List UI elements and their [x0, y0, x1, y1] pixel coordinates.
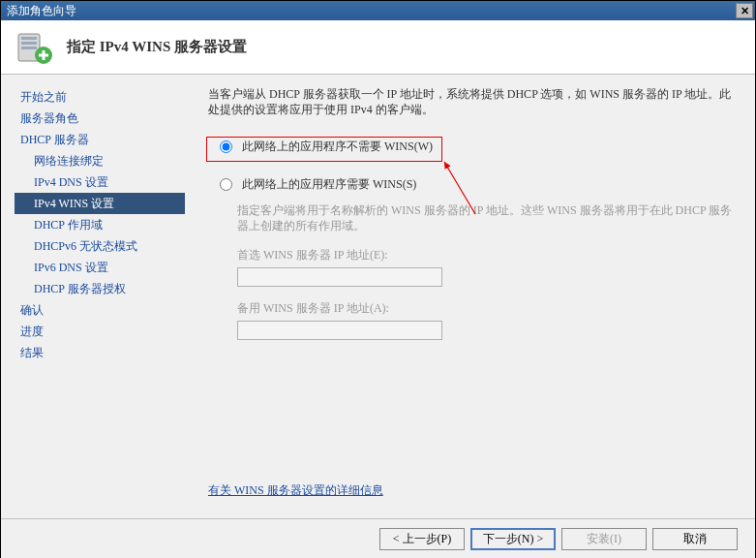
sidebar-item-6[interactable]: DHCP 作用域 — [15, 214, 185, 235]
radio-no-wins[interactable] — [220, 140, 232, 153]
sidebar-item-11[interactable]: 进度 — [15, 321, 185, 342]
cancel-button[interactable]: 取消 — [652, 528, 738, 550]
sidebar-item-8[interactable]: IPv6 DNS 设置 — [15, 257, 185, 278]
wizard-dialog: 添加角色向导 ✕ 指定 IPv4 WINS 服务器设置 开始之前服务器角色DHC… — [0, 0, 756, 558]
next-button[interactable]: 下一步(N) > — [470, 528, 556, 550]
radio-need-wins-label: 此网络上的应用程序需要 WINS(S) — [242, 176, 416, 193]
svg-rect-3 — [21, 46, 37, 49]
svg-rect-2 — [21, 42, 37, 45]
radio-option-need-wins[interactable]: 此网络上的应用程序需要 WINS(S) — [208, 176, 740, 193]
radio-no-wins-label: 此网络上的应用程序不需要 WINS(W) — [242, 139, 433, 155]
wins-sub-description: 指定客户端将用于名称解析的 WINS 服务器的 IP 地址。这些 WINS 服务… — [208, 202, 740, 233]
sidebar-item-1[interactable]: 服务器角色 — [15, 108, 185, 129]
sidebar-item-12[interactable]: 结果 — [15, 342, 185, 363]
titlebar-text: 添加角色向导 — [7, 3, 736, 19]
sidebar-item-9[interactable]: DHCP 服务器授权 — [15, 278, 185, 299]
primary-wins-input — [237, 267, 442, 287]
prev-button[interactable]: < 上一步(P) — [379, 528, 465, 550]
alt-wins-input — [237, 321, 442, 340]
radio-need-wins[interactable] — [220, 178, 232, 191]
sidebar-item-0[interactable]: 开始之前 — [15, 86, 185, 108]
header: 指定 IPv4 WINS 服务器设置 — [1, 20, 755, 75]
help-link[interactable]: 有关 WINS 服务器设置的详细信息 — [208, 483, 383, 497]
wizard-icon — [15, 28, 53, 67]
primary-wins-label: 首选 WINS 服务器 IP 地址(E): — [208, 247, 740, 264]
alt-wins-label: 备用 WINS 服务器 IP 地址(A): — [208, 300, 740, 317]
content-panel: 当客户端从 DHCP 服务器获取一个 IP 地址时，系统将提供 DHCP 选项，… — [195, 75, 755, 518]
titlebar[interactable]: 添加角色向导 ✕ — [1, 1, 755, 20]
sidebar-item-4[interactable]: IPv4 DNS 设置 — [15, 171, 185, 193]
description-text: 当客户端从 DHCP 服务器获取一个 IP 地址时，系统将提供 DHCP 选项，… — [208, 86, 740, 117]
sidebar-item-3[interactable]: 网络连接绑定 — [15, 150, 185, 171]
sidebar-item-7[interactable]: DHCPv6 无状态模式 — [15, 235, 185, 257]
sidebar-item-10[interactable]: 确认 — [15, 299, 185, 321]
footer: < 上一步(P) 下一步(N) > 安装(I) 取消 — [1, 518, 755, 558]
svg-rect-1 — [21, 37, 37, 40]
sidebar-item-2[interactable]: DHCP 服务器 — [15, 129, 185, 150]
radio-option-no-wins[interactable]: 此网络上的应用程序不需要 WINS(W) — [208, 139, 740, 155]
body: 开始之前服务器角色DHCP 服务器网络连接绑定IPv4 DNS 设置IPv4 W… — [1, 75, 755, 518]
sidebar-item-5[interactable]: IPv4 WINS 设置 — [15, 193, 185, 214]
close-icon: ✕ — [741, 5, 749, 17]
close-button[interactable]: ✕ — [736, 3, 753, 18]
sidebar: 开始之前服务器角色DHCP 服务器网络连接绑定IPv4 DNS 设置IPv4 W… — [1, 75, 195, 518]
page-title: 指定 IPv4 WINS 服务器设置 — [67, 38, 247, 56]
install-button: 安装(I) — [561, 528, 647, 550]
help-link-row: 有关 WINS 服务器设置的详细信息 — [208, 482, 383, 499]
